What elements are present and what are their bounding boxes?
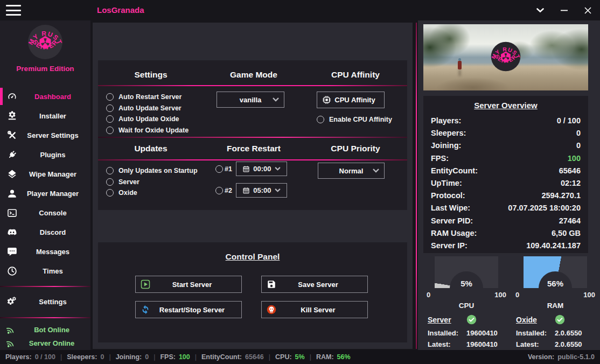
radio-button[interactable] (106, 167, 114, 174)
person-icon (6, 188, 17, 199)
stat-row-fps: FPS:100 (431, 152, 581, 165)
radio-button[interactable] (106, 189, 114, 197)
terminal-icon (6, 207, 17, 218)
hamburger-menu-icon[interactable] (6, 5, 21, 16)
radio-button[interactable] (317, 116, 324, 123)
stat-row-protocol: Protocol:2594.270.1 (431, 190, 581, 202)
option-label: Auto Restart Server (118, 93, 182, 101)
panel-divider (416, 23, 417, 349)
radio-button[interactable] (106, 93, 114, 101)
sidebar-item-console[interactable]: Console (0, 203, 90, 222)
radio-button[interactable] (106, 127, 114, 134)
sidebar-divider (0, 286, 90, 287)
dashboard-icon (6, 91, 17, 102)
server-overview-box: Server Overview Players:0 / 100 Sleepers… (423, 96, 588, 253)
option-oxide: Oxide (106, 187, 198, 199)
radio-button[interactable] (215, 165, 223, 173)
radio-button[interactable] (106, 115, 114, 123)
save-icon (267, 279, 276, 289)
option-label: Auto Update Server (118, 104, 182, 112)
restart-time-select-2[interactable]: 05:00 (236, 183, 287, 198)
radio-button[interactable] (215, 187, 223, 194)
option-enable-cpu-affinity: Enable CPU Affinity (317, 114, 392, 125)
restart-time-select-1[interactable]: 00:00 (236, 162, 287, 176)
sidebar-item-player-manager[interactable]: Player Manager (0, 184, 90, 203)
cpu-priority-value: Normal (339, 167, 364, 175)
server-version-block: Server Installed:19600410 Latest:1960041… (428, 314, 514, 350)
tools-icon (6, 130, 17, 141)
settings-card: Settings Game Mode CPU Affinity Auto Res… (98, 60, 407, 210)
section-divider (98, 137, 407, 138)
game-mode-select[interactable]: vanilla (217, 92, 284, 108)
sidebar-item-discord[interactable]: Discord (0, 222, 90, 242)
layers-icon (6, 169, 17, 179)
option-auto-restart-server: Auto Restart Server (106, 92, 189, 103)
sidebar-item-plugins[interactable]: Plugins (0, 145, 90, 164)
sidebar-item-dashboard[interactable]: Dashboard (0, 87, 90, 106)
skull-icon (267, 305, 276, 314)
check-icon (466, 314, 477, 325)
updates-options: Only Updates on Startup Server Oxide (106, 165, 198, 199)
option-label: Auto Update Oxide (118, 115, 179, 123)
stat-row-server-pid: Server PID:27464 (431, 215, 581, 227)
save-server-button[interactable]: Save Server (261, 276, 368, 293)
main-panel: Settings Game Mode CPU Affinity Auto Res… (93, 23, 413, 349)
status-bar: Players:0 / 100 | Sleepers:0 | Joining:0… (0, 350, 600, 364)
calendar-icon (242, 165, 250, 173)
option-auto-update-server: Auto Update Server (106, 103, 189, 114)
sidebar-item-wipe-manager[interactable]: Wipe Manager (0, 164, 90, 184)
restart-stop-server-button[interactable]: Restart/Stop Server (135, 301, 242, 318)
cpu-priority-select[interactable]: Normal (318, 163, 385, 179)
option-wait-for-oxide-update: Wait for Oxide Update (106, 125, 189, 136)
collapse-chevron-icon[interactable] (532, 3, 548, 17)
option-label: Only Updates on Startup (118, 167, 198, 174)
oxide-version-title: Oxide (516, 316, 555, 324)
calendar-icon (242, 187, 250, 194)
force-restart-header: Force Restart (204, 144, 304, 153)
stat-row-sleepers: Sleepers:0 (431, 127, 581, 139)
option-auto-update-oxide: Auto Update Oxide (106, 114, 189, 125)
sidebar: MY RUST SERVER Premium Edition Dashboard (0, 20, 90, 350)
server-overview-panel: MY RUST SERVER Server Overview Pl (418, 20, 600, 350)
edition-label: Premium Edition (0, 65, 90, 73)
bot-status: Bot Online (0, 324, 90, 337)
option-label: Oxide (118, 189, 137, 197)
option-label: Wait for Oxide Update (118, 127, 189, 134)
start-server-button[interactable]: Start Server (135, 276, 242, 293)
option-only-updates-on-startup: Only Updates on Startup (106, 165, 198, 177)
option-label: Server (118, 178, 139, 186)
button-label: Save Server (276, 281, 367, 289)
close-icon[interactable] (580, 3, 596, 17)
stat-row-ram-usage: RAM Usage:6,50 GB (431, 227, 581, 240)
gear-icon (6, 297, 17, 307)
radio-button[interactable] (106, 104, 114, 112)
title-bar: LosGranada (0, 0, 600, 20)
slot-number: #1 (225, 165, 232, 173)
sidebar-item-times[interactable]: Times (0, 261, 90, 281)
restart-time-value: 05:00 (253, 186, 271, 194)
game-mode-value: vanilla (240, 96, 261, 104)
server-status: Server Online (0, 337, 90, 350)
clock-icon (6, 265, 17, 276)
version-info: Version:public-5.1.0 (528, 353, 595, 361)
chevron-down-icon (275, 167, 281, 171)
radio-button[interactable] (106, 178, 114, 186)
sidebar-item-messages[interactable]: Messages (0, 242, 90, 261)
sidebar-menu: Dashboard Installer Server Settings Plug… (0, 87, 90, 281)
sidebar-item-settings[interactable]: Settings (0, 292, 90, 312)
broadcast-icon (5, 325, 16, 335)
settings-options: Auto Restart Server Auto Update Server A… (106, 92, 189, 136)
sidebar-item-server-settings[interactable]: Server Settings (0, 125, 90, 145)
chat-icon (6, 246, 17, 257)
force-restart-slot-1: #1 00:00 (215, 162, 287, 176)
cpu-affinity-button[interactable]: CPU Affinity (317, 92, 385, 108)
header-underline (98, 85, 407, 86)
server-overview-title: Server Overview (431, 101, 581, 110)
cpu-priority-header: CPU Priority (304, 144, 407, 153)
minimize-icon[interactable] (556, 3, 572, 17)
stat-row-entitycount: EntityCount:65646 (431, 165, 581, 177)
kill-server-button[interactable]: Kill Server (261, 301, 368, 318)
header-underline (98, 159, 407, 160)
sidebar-item-installer[interactable]: Installer (0, 106, 90, 125)
option-label: Enable CPU Affinity (329, 116, 392, 123)
